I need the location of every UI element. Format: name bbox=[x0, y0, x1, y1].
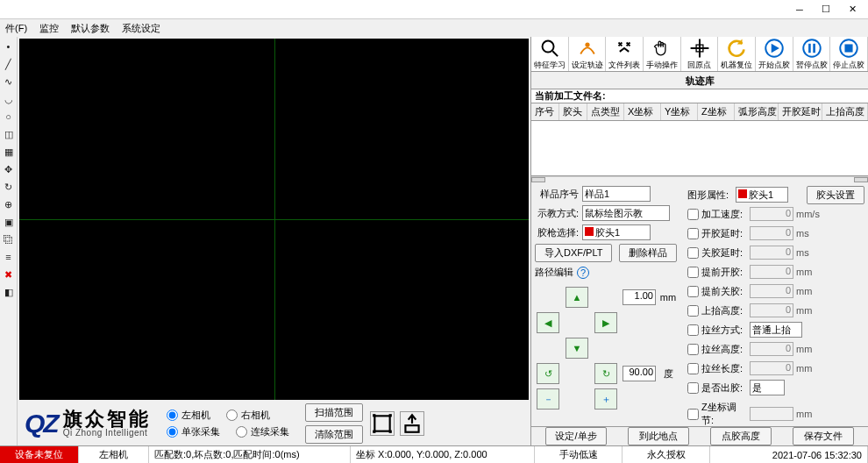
speed-field[interactable]: 0 bbox=[750, 207, 793, 221]
save-file-button[interactable]: 保存文件 bbox=[793, 427, 854, 445]
export-icon[interactable] bbox=[400, 411, 424, 436]
radio-right-camera[interactable]: 右相机 bbox=[226, 409, 270, 422]
tool-point-icon[interactable]: • bbox=[3, 40, 15, 53]
step-input[interactable]: 1.00 bbox=[623, 289, 656, 305]
head-settings-button[interactable]: 胶头设置 bbox=[807, 186, 864, 204]
menu-defaults[interactable]: 默认参数 bbox=[71, 22, 110, 35]
head-select[interactable]: 胶头1 bbox=[582, 224, 651, 240]
tool-circle-icon[interactable]: ○ bbox=[3, 110, 15, 123]
info-icon[interactable]: ? bbox=[577, 267, 589, 279]
off-field[interactable]: 0 bbox=[750, 246, 793, 260]
sample-select[interactable]: 样品1 bbox=[582, 186, 651, 202]
chk-speed[interactable] bbox=[687, 209, 699, 220]
nav-right-button[interactable]: ▶ bbox=[594, 312, 617, 333]
zoom-in-button[interactable]: ＋ bbox=[594, 388, 617, 410]
svg-point-6 bbox=[542, 41, 553, 53]
status-coords: 坐标 X:0.000, Y:0.000, Z:0.000 bbox=[351, 446, 535, 463]
lift-field[interactable]: 0 bbox=[750, 303, 793, 317]
radio-left-camera[interactable]: 左相机 bbox=[167, 409, 210, 422]
reset-button[interactable]: 机器复位 bbox=[718, 37, 756, 71]
isglue-select[interactable]: 是 bbox=[750, 380, 785, 395]
tool-scale-icon[interactable]: ▣ bbox=[3, 216, 15, 228]
logo-en: Qi Zhong Intelligent bbox=[63, 429, 151, 438]
radio-continuous[interactable]: 连续采集 bbox=[236, 425, 289, 438]
menubar: 件(F) 监控 默认参数 系统设定 bbox=[0, 19, 868, 37]
set-track-button[interactable]: 设定轨迹 bbox=[569, 37, 607, 71]
feature-learn-button[interactable]: 特征学习 bbox=[531, 37, 569, 71]
chk-on[interactable] bbox=[687, 228, 699, 239]
scan-range-button[interactable]: 扫描范围 bbox=[305, 403, 363, 422]
chk-drawh[interactable] bbox=[687, 344, 699, 355]
tool-del-icon[interactable]: ✖ bbox=[3, 268, 15, 281]
manual-op-button[interactable]: 手动操作 bbox=[644, 37, 681, 71]
drawh-field[interactable]: 0 bbox=[750, 342, 793, 356]
canvas[interactable] bbox=[19, 39, 529, 400]
chk-lift[interactable] bbox=[687, 305, 699, 317]
status-datetime: 2021-07-06 15:32:30 bbox=[710, 446, 868, 463]
start-button[interactable]: 开始点胶 bbox=[756, 37, 793, 71]
pause-button[interactable]: 暂停点胶 bbox=[793, 37, 831, 71]
drawl-field[interactable]: 0 bbox=[750, 361, 793, 375]
tool-hatch-icon[interactable]: ▦ bbox=[3, 146, 15, 158]
zadj-field[interactable] bbox=[750, 407, 793, 421]
glue-height-button[interactable]: 点胶高度 bbox=[710, 427, 772, 445]
home-button[interactable]: 回原点 bbox=[681, 37, 719, 71]
draw-select[interactable]: 普通上抬 bbox=[750, 322, 802, 338]
tool-align-icon[interactable]: ≡ bbox=[3, 251, 15, 263]
teach-select[interactable]: 鼠标绘图示教 bbox=[582, 205, 670, 221]
th-arc: 弧形高度 bbox=[735, 103, 779, 120]
th-head: 胶头 bbox=[559, 103, 587, 120]
chk-preoff[interactable] bbox=[687, 286, 699, 297]
path-edit-label: 路径编辑 bbox=[535, 266, 573, 279]
tool-misc-icon[interactable]: ◧ bbox=[3, 286, 15, 298]
goto-button[interactable]: 到此地点 bbox=[628, 427, 689, 445]
menu-file[interactable]: 件(F) bbox=[5, 22, 27, 35]
tool-line-icon[interactable]: ╱ bbox=[3, 58, 15, 70]
preon-field[interactable]: 0 bbox=[750, 265, 793, 279]
teach-label: 示教方式: bbox=[535, 207, 579, 220]
tool-origin-icon[interactable]: ⊕ bbox=[3, 198, 15, 210]
nav-down-button[interactable]: ▼ bbox=[566, 338, 588, 359]
chk-off[interactable] bbox=[687, 247, 699, 259]
chk-preon[interactable] bbox=[687, 267, 699, 278]
chk-draw[interactable] bbox=[687, 324, 699, 336]
delete-sample-button[interactable]: 删除样品 bbox=[619, 244, 677, 262]
clear-range-button[interactable]: 清除范围 bbox=[305, 425, 363, 444]
attr-select[interactable]: 胶头1 bbox=[736, 187, 788, 203]
svg-point-13 bbox=[803, 39, 821, 57]
set-step-button[interactable]: 设定/单步 bbox=[545, 427, 607, 445]
file-list-button[interactable]: 文件列表 bbox=[606, 37, 644, 71]
attr-label: 图形属性: bbox=[687, 189, 733, 202]
stop-button[interactable]: 停止点胶 bbox=[830, 37, 868, 71]
zoom-out-button[interactable]: － bbox=[537, 388, 559, 410]
preoff-field[interactable]: 0 bbox=[750, 284, 793, 298]
angle-input[interactable]: 90.00 bbox=[623, 366, 656, 381]
on-field[interactable]: 0 bbox=[750, 226, 793, 240]
tool-copy-icon[interactable]: ⿻ bbox=[3, 233, 15, 246]
table-body[interactable] bbox=[531, 121, 868, 176]
maximize-icon[interactable]: ☐ bbox=[814, 2, 838, 18]
menu-monitor[interactable]: 监控 bbox=[39, 22, 59, 35]
nav-up-button[interactable]: ▲ bbox=[566, 287, 588, 308]
chk-zadj[interactable] bbox=[687, 409, 699, 420]
import-button[interactable]: 导入DXF/PLT bbox=[535, 244, 612, 262]
tool-move-icon[interactable]: ✥ bbox=[3, 163, 15, 175]
bounds-icon[interactable] bbox=[370, 411, 395, 436]
close-icon[interactable]: ✕ bbox=[840, 2, 864, 18]
chk-drawl[interactable] bbox=[687, 363, 699, 374]
radio-single-shot[interactable]: 单张采集 bbox=[167, 425, 220, 438]
rot-cw-button[interactable]: ↻ bbox=[594, 363, 617, 384]
minimize-icon[interactable]: ─ bbox=[787, 2, 812, 18]
tool-rotate-icon[interactable]: ↻ bbox=[3, 181, 15, 193]
logo-mark: QZ bbox=[25, 409, 58, 438]
tool-poly-icon[interactable]: ∿ bbox=[3, 75, 15, 88]
status-match: 匹配数:0,坏点数:0,匹配时间:0(ms) bbox=[149, 446, 351, 463]
chk-isglue[interactable] bbox=[687, 382, 699, 394]
tool-arc-icon[interactable]: ◡ bbox=[3, 93, 15, 105]
nav-left-button[interactable]: ◀ bbox=[537, 312, 559, 333]
tool-sel-icon[interactable]: ◫ bbox=[3, 128, 15, 140]
status-device: 设备未复位 bbox=[0, 446, 79, 463]
hscrollbar[interactable] bbox=[531, 176, 868, 182]
rot-ccw-button[interactable]: ↺ bbox=[537, 363, 559, 384]
menu-system[interactable]: 系统设定 bbox=[122, 22, 160, 35]
